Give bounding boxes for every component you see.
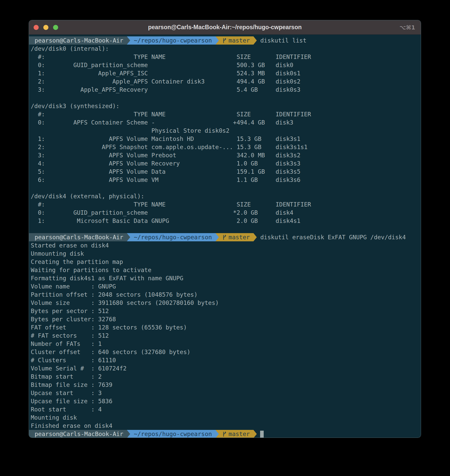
terminal-line: # Clusters : 61110 [29,356,421,364]
prompt-user-host: pearson@Carls-MacBook-Air [29,233,127,241]
terminal-line: Number of FATs : 1 [29,340,421,348]
title-bar[interactable]: pearson@Carls-MacBook-Air:~/repos/hugo-c… [29,20,421,35]
prompt-directory: ~/repos/hugo-cwpearson [130,430,216,438]
powerline-separator-icon [127,233,130,241]
terminal-line: 0: GUID_partition_scheme *2.0 GB disk4 [29,209,421,217]
prompt-git-branch: master [229,430,250,438]
powerline-separator-icon [253,430,257,438]
terminal-line: Volume size : 3911680 sectors (200278016… [29,299,421,307]
terminal-line: Mounting disk [29,413,421,422]
terminal-line: Bitmap start : 2 [29,372,421,381]
terminal-line: #: TYPE NAME SIZE IDENTIFIER [29,200,421,209]
terminal-line: Bytes per cluster: 32768 [29,315,421,323]
terminal-line: Unmounting disk [29,250,421,258]
terminal-line: 3: Apple_APFS_Recovery 5.4 GB disk0s3 [29,86,421,94]
terminal-line: 2: Apple_APFS Container disk3 494.4 GB d… [29,77,421,86]
prompt-directory: ~/repos/hugo-cwpearson [130,233,216,241]
git-branch-icon [222,38,226,44]
terminal-line: 1: APFS Volume Macintosh HD 15.3 GB disk… [29,135,421,143]
terminal-line: Physical Store disk0s2 [29,127,421,135]
prompt-user-host: pearson@Carls-MacBook-Air [29,36,127,45]
prompt-line: pearson@Carls-MacBook-Air~/repos/hugo-cw… [29,430,421,438]
prompt-directory: ~/repos/hugo-cwpearson [130,36,216,45]
terminal-line: 4: APFS Volume Recovery 1.0 GB disk3s3 [29,159,421,168]
terminal-line: Formatting disk4s1 as ExFAT with name GN… [29,274,421,282]
terminal-line [29,184,421,192]
prompt-user-host: pearson@Carls-MacBook-Air [29,430,127,438]
terminal-window: pearson@Carls-MacBook-Air:~/repos/hugo-c… [29,20,421,438]
terminal-line: #: TYPE NAME SIZE IDENTIFIER [29,110,421,118]
powerline-separator-icon [127,430,130,438]
terminal-line: Cluster offset : 640 sectors (327680 byt… [29,348,421,356]
powerline-separator-icon [253,36,257,45]
terminal-line: Root start : 4 [29,405,421,413]
prompt-command: diskutil list [257,36,306,45]
terminal-line: Started erase on disk4 [29,241,421,250]
prompt-command: diskutil eraseDisk ExFAT GNUPG /dev/disk… [257,233,406,241]
powerline-separator-icon [127,36,130,45]
powerline-separator-icon [216,233,219,241]
terminal-line: 2: APFS Snapshot com.apple.os.update-...… [29,143,421,151]
terminal-line: 0: APFS Container Scheme - +494.4 GB dis… [29,118,421,127]
prompt-git-segment: master [219,430,253,438]
terminal-line: Creating the partition map [29,258,421,266]
terminal-line: # FAT sectors : 512 [29,332,421,340]
prompt-git-branch: master [229,233,250,241]
terminal-line: 5: APFS Volume Data 159.1 GB disk3s5 [29,168,421,176]
powerline-separator-icon [253,233,257,241]
prompt-git-segment: master [219,36,253,45]
terminal-line: 3: APFS Volume Preboot 342.0 MB disk3s2 [29,151,421,159]
prompt-git-branch: master [229,36,250,45]
terminal-line: /dev/disk4 (external, physical): [29,192,421,200]
terminal-line: Partition offset : 2048 sectors (1048576… [29,291,421,299]
terminal-line: Volume name : GNUPG [29,282,421,291]
prompt-line: pearson@Carls-MacBook-Air~/repos/hugo-cw… [29,233,421,241]
terminal-screen[interactable]: pearson@Carls-MacBook-Air~/repos/hugo-cw… [29,35,421,438]
terminal-line: FAT offset : 128 sectors (65536 bytes) [29,323,421,332]
powerline-separator-icon [216,36,219,45]
window-title: pearson@Carls-MacBook-Air:~/repos/hugo-c… [29,24,421,31]
terminal-line: /dev/disk0 (internal): [29,45,421,53]
terminal-line: Bytes per sector : 512 [29,307,421,315]
git-branch-icon [222,234,226,240]
prompt-line: pearson@Carls-MacBook-Air~/repos/hugo-cw… [29,36,421,45]
terminal-line: Waiting for partitions to activate [29,266,421,274]
terminal-line [29,94,421,102]
window-shortcut-badge: ⌥⌘1 [400,20,415,35]
terminal-line: Volume Serial # : 610724f2 [29,364,421,372]
git-branch-icon [222,431,226,437]
terminal-line: /dev/disk3 (synthesized): [29,102,421,110]
terminal-line: 1: Microsoft Basic Data GNUPG 2.0 GB dis… [29,217,421,225]
terminal-line: Upcase start : 3 [29,389,421,397]
terminal-line: 1: Apple_APFS_ISC 524.3 MB disk0s1 [29,69,421,77]
terminal-line: Finished erase on disk4 [29,422,421,430]
terminal-line: Upcase file size : 5836 [29,397,421,405]
terminal-line: 0: GUID_partition_scheme 500.3 GB disk0 [29,61,421,69]
terminal-cursor [260,431,264,438]
terminal-line: 6: APFS Volume VM 1.1 GB disk3s6 [29,176,421,184]
terminal-line [29,225,421,233]
terminal-line: #: TYPE NAME SIZE IDENTIFIER [29,53,421,61]
powerline-separator-icon [216,430,219,438]
prompt-git-segment: master [219,233,253,241]
terminal-line: Bitmap file size : 7639 [29,381,421,389]
